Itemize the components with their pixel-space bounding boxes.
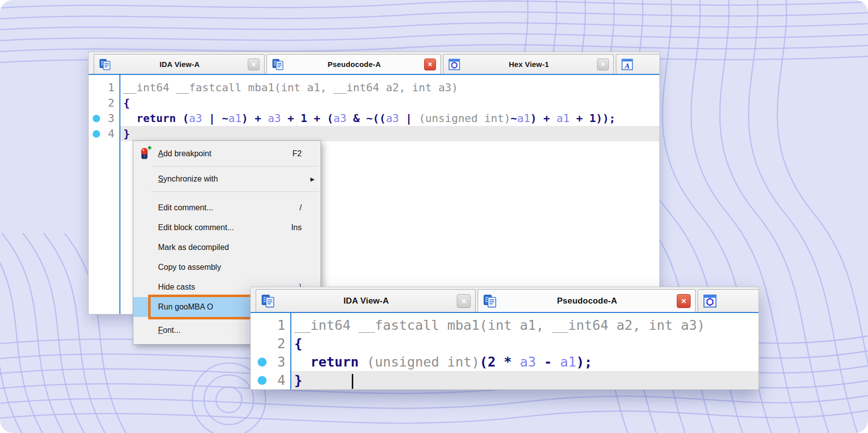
code-pane[interactable]: __int64 __fastcall mba1(int a1, __int64 … [290, 313, 759, 390]
close-icon[interactable]: ✕ [677, 294, 691, 308]
code-token: a1 [517, 112, 531, 124]
code-token: (2 * [480, 354, 520, 370]
pseudocode-line[interactable]: __int64 __fastcall mba1(int a1, __int64 … [291, 316, 759, 334]
code-token: } [294, 372, 302, 388]
line-number: 3 [89, 111, 119, 126]
code-token: | [399, 112, 419, 124]
code-token: + 1)); [570, 112, 616, 124]
pseudocode-view: 1234__int64 __fastcall mba1(int a1, __in… [251, 313, 759, 390]
menu-shortcut: / [300, 203, 315, 212]
code-token: a3 [386, 112, 399, 124]
code-token: a3 [333, 112, 347, 124]
svg-text:A: A [624, 62, 630, 69]
structures-icon: A [621, 58, 634, 71]
menu-item-synchronize-with[interactable]: Synchronize with▶ [133, 168, 321, 190]
line-number-gutter: 1234 [251, 313, 290, 390]
code-token: ) + [241, 112, 268, 124]
code-token: ~ [511, 112, 517, 124]
breakpoint-dot-icon[interactable] [93, 130, 100, 137]
tab-label: Pseudocode-A [500, 296, 674, 306]
code-token: { [123, 97, 130, 109]
tab-label: Hex View-1 [464, 60, 594, 68]
pseudocode-line[interactable]: } [291, 371, 759, 389]
menu-item-mark-as-decompiled[interactable]: Mark as decompiled [133, 238, 321, 257]
code-token: return [294, 354, 367, 370]
close-icon[interactable]: ✕ [457, 294, 471, 308]
code-token: ); [576, 354, 593, 370]
code-token: a3 [268, 112, 281, 124]
tab-hex-view-1[interactable]: Hex View-1✕ [443, 54, 614, 74]
pseudocode-line[interactable]: { [120, 95, 659, 111]
line-number: 4 [89, 126, 119, 141]
ida-view-icon [99, 58, 111, 71]
ida-window-bottom: IDA View-A✕ Pseudocode-A✕ 1234__int64 __… [250, 287, 759, 390]
code-token: (unsigned int) [367, 354, 480, 370]
breakpoint-dot-icon[interactable] [258, 358, 267, 367]
tab-ida-view-a[interactable]: IDA View-A✕ [94, 54, 265, 74]
menu-shortcut: F2 [292, 149, 315, 158]
tab-label: Pseudocode-A [287, 60, 421, 68]
menu-item-label: Hide casts [158, 283, 195, 292]
code-token: a1 [556, 112, 570, 124]
code-token: (unsigned int) [419, 112, 510, 124]
code-token: __int64 __fastcall mba1(int a1, __int64 … [123, 81, 458, 94]
breakpoint-dot-icon[interactable] [258, 376, 267, 385]
pseudocode-line[interactable]: return (unsigned int)(2 * a3 - a1); [291, 353, 759, 371]
menu-item-copy-to-assembly[interactable]: Copy to assembly [133, 257, 321, 277]
menu-item-label: Copy to assembly [158, 263, 221, 272]
hex-view-icon [448, 58, 461, 71]
pseudocode-icon [483, 294, 497, 309]
line-number: 2 [89, 95, 119, 111]
line-number: 1 [251, 316, 290, 334]
tab-bar: IDA View-A✕ Pseudocode-A✕ Hex View-1✕ A [89, 52, 659, 75]
menu-separator [151, 166, 319, 167]
menu-item-label: Font... [158, 326, 180, 335]
code-token: a3 [520, 354, 536, 370]
menu-shortcut: Ins [291, 223, 315, 232]
code-token: { [294, 336, 302, 351]
pseudocode-line[interactable]: __int64 __fastcall mba1(int a1, __int64 … [120, 80, 659, 95]
submenu-arrow-icon: ▶ [311, 176, 315, 183]
tab-pseudocode-a[interactable]: Pseudocode-A✕ [267, 54, 441, 74]
tab-bar: IDA View-A✕ Pseudocode-A✕ [251, 287, 759, 313]
tab-pseudocode-a[interactable]: Pseudocode-A✕ [478, 289, 696, 312]
tab-hex-view[interactable] [698, 289, 759, 312]
code-token: - [536, 354, 560, 370]
line-number: 4 [251, 371, 290, 389]
pseudocode-icon [271, 58, 284, 71]
menu-item-label: Edit block comment... [158, 223, 234, 232]
menu-item-edit-comment[interactable]: Edit comment.../ [133, 198, 321, 218]
line-number: 3 [251, 353, 290, 371]
code-token: | ~ [202, 112, 228, 124]
code-token: + 1 + ( [281, 112, 333, 124]
hex-view-icon [703, 294, 717, 309]
app-canvas: IDA View-A✕ Pseudocode-A✕ Hex View-1✕ A … [0, 0, 868, 433]
close-icon[interactable]: ✕ [424, 59, 436, 70]
tab-ida-view-a[interactable]: IDA View-A✕ [256, 289, 476, 312]
code-token: } [123, 127, 130, 140]
code-token: a3 [189, 112, 202, 124]
tab-structures[interactable]: A [616, 54, 659, 74]
ida-view-icon [261, 294, 275, 309]
line-number-gutter: 1234 [89, 75, 119, 314]
menu-item-edit-block-comment[interactable]: Edit block comment...Ins [133, 218, 321, 238]
code-token: ) + [530, 112, 556, 124]
menu-item-add-breakpoint[interactable]: Add breakpointF2 [133, 143, 321, 165]
line-number: 1 [89, 80, 119, 95]
menu-item-label: Run gooMBA O [158, 303, 213, 311]
close-icon[interactable]: ✕ [248, 59, 260, 70]
tab-label: IDA View-A [278, 296, 454, 306]
close-icon[interactable]: ✕ [597, 59, 609, 70]
code-token: a1 [560, 354, 576, 370]
code-token: __int64 __fastcall mba1(int a1, __int64 … [294, 317, 705, 333]
pseudocode-line[interactable]: { [291, 334, 759, 353]
line-number: 2 [251, 334, 290, 353]
code-token: return ( [123, 112, 189, 124]
code-token: a1 [228, 112, 242, 124]
menu-separator [151, 191, 319, 192]
menu-item-label: Synchronize with [158, 175, 218, 184]
text-caret [352, 374, 353, 389]
pseudocode-line[interactable]: return (a3 | ~a1) + a3 + 1 + (a3 & ~((a3… [120, 111, 659, 126]
breakpoint-dot-icon[interactable] [93, 115, 100, 122]
pseudocode-line[interactable]: } [120, 126, 659, 141]
